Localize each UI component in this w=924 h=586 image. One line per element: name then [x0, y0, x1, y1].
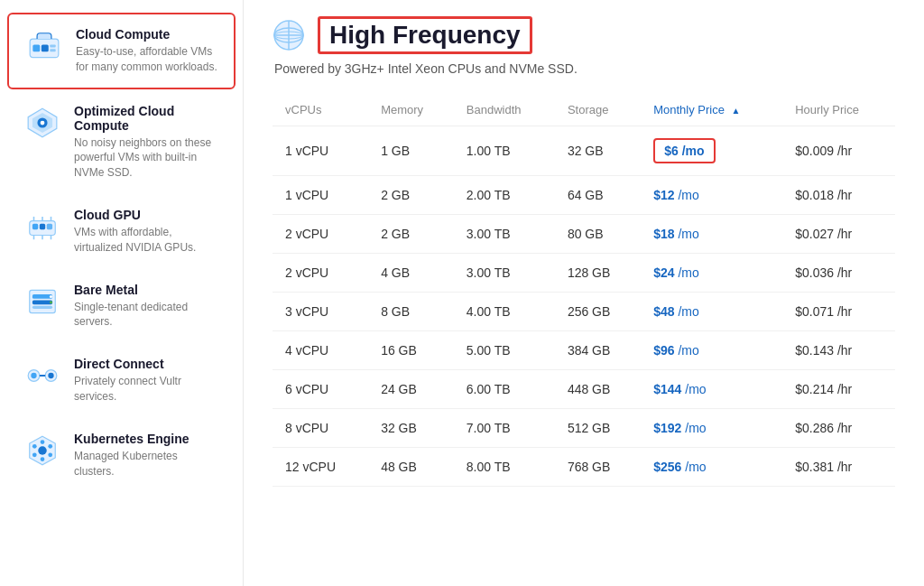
cell-memory: 4 GB — [368, 254, 454, 293]
cell-memory: 8 GB — [368, 293, 454, 331]
price-unit: /mo — [678, 265, 698, 280]
monthly-price-cell: $48 /mo — [641, 293, 782, 331]
monthly-price-cell: $192 /mo — [641, 409, 782, 448]
cloud-gpu-icon — [23, 208, 61, 246]
cell-memory: 2 GB — [368, 215, 454, 254]
cell-memory: 16 GB — [368, 331, 454, 370]
svg-point-37 — [48, 452, 52, 457]
main-content: High Frequency Powered by 3GHz+ Intel Xe… — [244, 0, 924, 586]
cell-bandwidth: 6.00 TB — [454, 370, 555, 409]
cell-storage: 64 GB — [555, 176, 641, 215]
col-vcpus: vCPUs — [273, 94, 368, 126]
cell-bandwidth: 2.00 TB — [454, 176, 555, 215]
cell-vcpus: 6 vCPU — [273, 370, 368, 409]
page-title: High Frequency — [318, 16, 532, 54]
svg-rect-22 — [32, 305, 52, 308]
direct-connect-text: Direct Connect Privately connect Vultr s… — [74, 357, 219, 405]
cell-bandwidth: 4.00 TB — [454, 293, 555, 331]
sidebar-item-optimized[interactable]: Optimized Cloud Compute No noisy neighbo… — [7, 91, 236, 193]
price-amount: $12 — [653, 188, 674, 202]
svg-rect-3 — [50, 44, 55, 47]
cloud-compute-icon — [25, 27, 63, 65]
sidebar-item-bare-metal[interactable]: Bare Metal Single-tenant dedicated serve… — [7, 270, 236, 343]
bare-metal-icon — [23, 283, 61, 321]
sidebar-item-direct-connect[interactable]: Direct Connect Privately connect Vultr s… — [7, 344, 236, 417]
kubernetes-desc: Managed Kubernetes clusters. — [74, 449, 219, 479]
cell-vcpus: 3 vCPU — [273, 293, 368, 331]
cell-storage: 768 GB — [555, 448, 641, 487]
price-amount: $18 — [653, 227, 674, 241]
header-icon — [273, 19, 305, 51]
monthly-price-cell: $256 /mo — [641, 448, 782, 487]
svg-point-36 — [32, 452, 37, 457]
page-header: High Frequency — [273, 16, 895, 54]
cell-storage: 448 GB — [555, 370, 641, 409]
cell-hourly: $0.018 /hr — [782, 176, 895, 215]
price-unit: /mo — [678, 304, 698, 319]
svg-point-31 — [38, 446, 47, 455]
svg-rect-2 — [42, 44, 49, 51]
sort-icon: ▲ — [732, 106, 741, 116]
table-row[interactable]: 3 vCPU 8 GB 4.00 TB 256 GB $48 /mo $0.07… — [273, 293, 895, 331]
price-amount: $24 — [653, 265, 674, 280]
direct-connect-desc: Privately connect Vultr services. — [74, 374, 219, 405]
price-unit: /mo — [678, 188, 698, 202]
table-row[interactable]: 8 vCPU 32 GB 7.00 TB 512 GB $192 /mo $0.… — [273, 409, 895, 448]
optimized-text: Optimized Cloud Compute No noisy neighbo… — [74, 104, 219, 181]
monthly-price-cell: $96 /mo — [641, 331, 782, 370]
svg-rect-21 — [32, 300, 52, 304]
optimized-icon — [23, 104, 61, 142]
optimized-title: Optimized Cloud Compute — [74, 104, 219, 133]
svg-point-34 — [32, 444, 37, 449]
table-row[interactable]: 2 vCPU 4 GB 3.00 TB 128 GB $24 /mo $0.03… — [273, 254, 895, 293]
cell-hourly: $0.027 /hr — [782, 215, 895, 254]
cell-hourly: $0.009 /hr — [782, 126, 895, 176]
svg-point-33 — [41, 457, 45, 461]
cell-bandwidth: 8.00 TB — [454, 448, 555, 487]
table-row[interactable]: 2 vCPU 2 GB 3.00 TB 80 GB $18 /mo $0.027… — [273, 215, 895, 254]
cloud-gpu-text: Cloud GPU VMs with affordable, virtualiz… — [74, 208, 219, 256]
cloud-compute-desc: Easy-to-use, affordable VMs for many com… — [76, 44, 217, 75]
cell-bandwidth: 3.00 TB — [454, 215, 555, 254]
cell-storage: 32 GB — [555, 126, 641, 176]
table-row[interactable]: 12 vCPU 48 GB 8.00 TB 768 GB $256 /mo $0… — [273, 448, 895, 487]
cell-hourly: $0.036 /hr — [782, 254, 895, 293]
col-monthly-price[interactable]: Monthly Price ▲ — [641, 94, 782, 126]
cell-vcpus: 2 vCPU — [273, 254, 368, 293]
monthly-price-cell: $144 /mo — [641, 370, 782, 409]
svg-rect-1 — [32, 44, 40, 51]
cell-hourly: $0.143 /hr — [782, 331, 895, 370]
col-storage: Storage — [555, 94, 641, 126]
cell-vcpus: 2 vCPU — [273, 215, 368, 254]
svg-point-24 — [50, 301, 52, 303]
table-row[interactable]: 4 vCPU 16 GB 5.00 TB 384 GB $96 /mo $0.1… — [273, 331, 895, 370]
table-row[interactable]: 6 vCPU 24 GB 6.00 TB 448 GB $144 /mo $0.… — [273, 370, 895, 409]
cell-vcpus: 1 vCPU — [273, 176, 368, 215]
optimized-desc: No noisy neighbors on these powerful VMs… — [74, 135, 219, 181]
table-header-row: vCPUs Memory Bandwidth Storage Monthly P… — [273, 94, 895, 126]
cell-storage: 256 GB — [555, 293, 641, 331]
sidebar-item-kubernetes[interactable]: Kubernetes Engine Managed Kubernetes clu… — [7, 419, 236, 492]
monthly-price-cell: $12 /mo — [641, 176, 782, 215]
price-amount: $96 — [653, 343, 674, 358]
cell-hourly: $0.071 /hr — [782, 293, 895, 331]
svg-rect-11 — [40, 224, 45, 229]
page-subtitle: Powered by 3GHz+ Intel Xeon CPUs and NVM… — [273, 61, 895, 76]
bare-metal-desc: Single-tenant dedicated servers. — [74, 300, 219, 330]
col-hourly-price: Hourly Price — [782, 94, 895, 126]
cloud-compute-title: Cloud Compute — [76, 27, 217, 42]
table-row[interactable]: 1 vCPU 1 GB 1.00 TB 32 GB $6 /mo $0.009 … — [273, 126, 895, 176]
table-row[interactable]: 1 vCPU 2 GB 2.00 TB 64 GB $12 /mo $0.018… — [273, 176, 895, 215]
col-bandwidth: Bandwidth — [454, 94, 555, 126]
cell-memory: 1 GB — [368, 126, 454, 176]
sidebar-item-cloud-gpu[interactable]: Cloud GPU VMs with affordable, virtualiz… — [7, 195, 236, 268]
sidebar-item-cloud-compute[interactable]: Cloud Compute Easy-to-use, affordable VM… — [7, 13, 236, 89]
pricing-table: vCPUs Memory Bandwidth Storage Monthly P… — [273, 94, 895, 487]
highlighted-price: $6 /mo — [653, 138, 715, 163]
cell-memory: 48 GB — [368, 448, 454, 487]
cell-bandwidth: 7.00 TB — [454, 409, 555, 448]
svg-point-8 — [41, 120, 45, 125]
svg-rect-20 — [32, 294, 52, 299]
direct-connect-title: Direct Connect — [74, 357, 219, 371]
price-unit: /mo — [678, 343, 698, 358]
